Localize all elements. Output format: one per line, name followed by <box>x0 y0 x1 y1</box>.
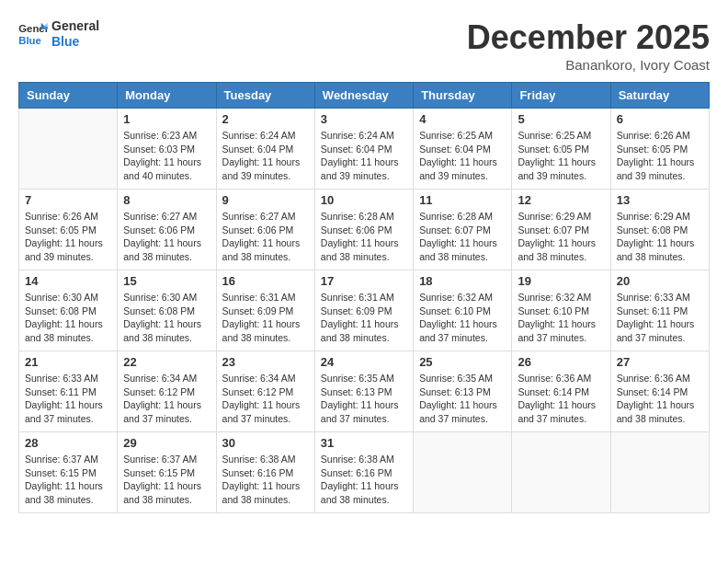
day-info: Sunrise: 6:25 AM Sunset: 6:04 PM Dayligh… <box>419 129 506 183</box>
logo-general: General <box>51 18 99 34</box>
day-cell: 19Sunrise: 6:32 AM Sunset: 6:10 PM Dayli… <box>512 270 610 351</box>
day-cell: 21Sunrise: 6:33 AM Sunset: 6:11 PM Dayli… <box>19 351 118 432</box>
day-info: Sunrise: 6:30 AM Sunset: 6:08 PM Dayligh… <box>123 291 210 345</box>
day-cell: 9Sunrise: 6:27 AM Sunset: 6:06 PM Daylig… <box>216 190 314 270</box>
day-number: 12 <box>518 193 604 207</box>
day-number: 28 <box>25 436 111 450</box>
week-row-2: 7Sunrise: 6:26 AM Sunset: 6:05 PM Daylig… <box>19 190 710 270</box>
col-header-tuesday: Tuesday <box>216 83 314 109</box>
week-row-4: 21Sunrise: 6:33 AM Sunset: 6:11 PM Dayli… <box>19 351 710 432</box>
day-number: 14 <box>25 274 111 288</box>
day-number: 17 <box>321 274 407 288</box>
day-number: 23 <box>222 355 309 369</box>
day-cell: 7Sunrise: 6:26 AM Sunset: 6:05 PM Daylig… <box>19 190 118 270</box>
day-number: 29 <box>123 436 210 450</box>
day-info: Sunrise: 6:29 AM Sunset: 6:08 PM Dayligh… <box>617 210 703 264</box>
day-cell: 17Sunrise: 6:31 AM Sunset: 6:09 PM Dayli… <box>314 270 413 351</box>
day-cell: 24Sunrise: 6:35 AM Sunset: 6:13 PM Dayli… <box>314 351 413 432</box>
day-number: 31 <box>321 436 407 450</box>
day-cell: 6Sunrise: 6:26 AM Sunset: 6:05 PM Daylig… <box>610 109 709 190</box>
day-number: 15 <box>123 274 210 288</box>
day-info: Sunrise: 6:31 AM Sunset: 6:09 PM Dayligh… <box>222 291 309 345</box>
day-cell: 30Sunrise: 6:38 AM Sunset: 6:16 PM Dayli… <box>216 432 314 513</box>
day-info: Sunrise: 6:37 AM Sunset: 6:15 PM Dayligh… <box>123 453 210 507</box>
day-cell: 25Sunrise: 6:35 AM Sunset: 6:13 PM Dayli… <box>414 351 512 432</box>
week-row-1: 1Sunrise: 6:23 AM Sunset: 6:03 PM Daylig… <box>19 109 710 190</box>
day-info: Sunrise: 6:24 AM Sunset: 6:04 PM Dayligh… <box>321 129 407 183</box>
day-cell: 10Sunrise: 6:28 AM Sunset: 6:06 PM Dayli… <box>314 190 413 270</box>
day-cell: 11Sunrise: 6:28 AM Sunset: 6:07 PM Dayli… <box>414 190 512 270</box>
col-header-friday: Friday <box>512 83 610 109</box>
day-info: Sunrise: 6:36 AM Sunset: 6:14 PM Dayligh… <box>617 372 703 426</box>
day-number: 30 <box>222 436 309 450</box>
day-cell: 26Sunrise: 6:36 AM Sunset: 6:14 PM Dayli… <box>512 351 610 432</box>
day-number: 20 <box>617 274 703 288</box>
day-info: Sunrise: 6:26 AM Sunset: 6:05 PM Dayligh… <box>617 129 703 183</box>
day-cell: 23Sunrise: 6:34 AM Sunset: 6:12 PM Dayli… <box>216 351 314 432</box>
day-info: Sunrise: 6:29 AM Sunset: 6:07 PM Dayligh… <box>518 210 604 264</box>
day-info: Sunrise: 6:38 AM Sunset: 6:16 PM Dayligh… <box>321 453 407 507</box>
col-header-monday: Monday <box>118 83 216 109</box>
day-cell: 12Sunrise: 6:29 AM Sunset: 6:07 PM Dayli… <box>512 190 610 270</box>
day-cell: 28Sunrise: 6:37 AM Sunset: 6:15 PM Dayli… <box>19 432 118 513</box>
day-number: 4 <box>419 112 506 126</box>
day-cell: 29Sunrise: 6:37 AM Sunset: 6:15 PM Dayli… <box>118 432 216 513</box>
day-info: Sunrise: 6:33 AM Sunset: 6:11 PM Dayligh… <box>617 291 703 345</box>
day-number: 8 <box>123 193 210 207</box>
day-number: 25 <box>419 355 506 369</box>
day-info: Sunrise: 6:33 AM Sunset: 6:11 PM Dayligh… <box>25 372 111 426</box>
day-number: 5 <box>518 112 604 126</box>
day-info: Sunrise: 6:30 AM Sunset: 6:08 PM Dayligh… <box>25 291 111 345</box>
day-cell <box>512 432 610 513</box>
col-header-sunday: Sunday <box>19 83 118 109</box>
day-cell: 15Sunrise: 6:30 AM Sunset: 6:08 PM Dayli… <box>118 270 216 351</box>
day-cell: 4Sunrise: 6:25 AM Sunset: 6:04 PM Daylig… <box>414 109 512 190</box>
calendar: SundayMondayTuesdayWednesdayThursdayFrid… <box>18 82 710 513</box>
day-number: 7 <box>25 193 111 207</box>
day-number: 21 <box>25 355 111 369</box>
day-number: 27 <box>617 355 703 369</box>
day-info: Sunrise: 6:23 AM Sunset: 6:03 PM Dayligh… <box>123 129 210 183</box>
day-cell: 31Sunrise: 6:38 AM Sunset: 6:16 PM Dayli… <box>314 432 413 513</box>
col-header-wednesday: Wednesday <box>314 83 413 109</box>
day-cell: 27Sunrise: 6:36 AM Sunset: 6:14 PM Dayli… <box>610 351 709 432</box>
day-info: Sunrise: 6:38 AM Sunset: 6:16 PM Dayligh… <box>222 453 309 507</box>
day-cell <box>19 109 118 190</box>
logo-icon: General Blue <box>18 21 48 47</box>
col-header-saturday: Saturday <box>610 83 709 109</box>
day-cell: 18Sunrise: 6:32 AM Sunset: 6:10 PM Dayli… <box>414 270 512 351</box>
day-cell: 1Sunrise: 6:23 AM Sunset: 6:03 PM Daylig… <box>118 109 216 190</box>
day-info: Sunrise: 6:25 AM Sunset: 6:05 PM Dayligh… <box>518 129 604 183</box>
day-info: Sunrise: 6:37 AM Sunset: 6:15 PM Dayligh… <box>25 453 111 507</box>
day-info: Sunrise: 6:24 AM Sunset: 6:04 PM Dayligh… <box>222 129 309 183</box>
day-cell: 13Sunrise: 6:29 AM Sunset: 6:08 PM Dayli… <box>610 190 709 270</box>
day-number: 16 <box>222 274 309 288</box>
day-cell: 2Sunrise: 6:24 AM Sunset: 6:04 PM Daylig… <box>216 109 314 190</box>
svg-text:Blue: Blue <box>18 34 41 45</box>
day-info: Sunrise: 6:32 AM Sunset: 6:10 PM Dayligh… <box>518 291 604 345</box>
day-number: 10 <box>321 193 407 207</box>
day-number: 2 <box>222 112 309 126</box>
day-number: 9 <box>222 193 309 207</box>
day-info: Sunrise: 6:27 AM Sunset: 6:06 PM Dayligh… <box>123 210 210 264</box>
day-info: Sunrise: 6:31 AM Sunset: 6:09 PM Dayligh… <box>321 291 407 345</box>
day-number: 26 <box>518 355 604 369</box>
day-info: Sunrise: 6:35 AM Sunset: 6:13 PM Dayligh… <box>419 372 506 426</box>
location: Banankoro, Ivory Coast <box>467 57 710 73</box>
day-info: Sunrise: 6:28 AM Sunset: 6:07 PM Dayligh… <box>419 210 506 264</box>
title-block: December 2025 Banankoro, Ivory Coast <box>467 18 710 73</box>
page-header: General Blue General Blue December 2025 … <box>18 18 710 73</box>
day-number: 6 <box>617 112 703 126</box>
logo-blue: Blue <box>51 34 99 50</box>
month-title: December 2025 <box>467 18 710 57</box>
day-cell: 22Sunrise: 6:34 AM Sunset: 6:12 PM Dayli… <box>118 351 216 432</box>
day-cell: 16Sunrise: 6:31 AM Sunset: 6:09 PM Dayli… <box>216 270 314 351</box>
day-info: Sunrise: 6:35 AM Sunset: 6:13 PM Dayligh… <box>321 372 407 426</box>
day-number: 3 <box>321 112 407 126</box>
day-number: 1 <box>123 112 210 126</box>
day-cell: 14Sunrise: 6:30 AM Sunset: 6:08 PM Dayli… <box>19 270 118 351</box>
day-cell: 5Sunrise: 6:25 AM Sunset: 6:05 PM Daylig… <box>512 109 610 190</box>
day-number: 18 <box>419 274 506 288</box>
day-info: Sunrise: 6:32 AM Sunset: 6:10 PM Dayligh… <box>419 291 506 345</box>
day-info: Sunrise: 6:28 AM Sunset: 6:06 PM Dayligh… <box>321 210 407 264</box>
